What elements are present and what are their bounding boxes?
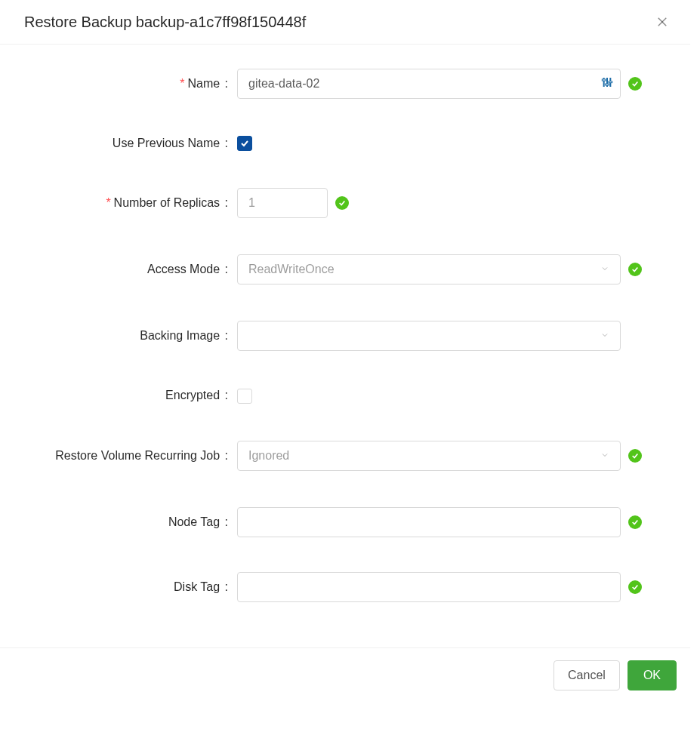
row-disk-tag: Disk Tag : — [24, 572, 660, 602]
row-encrypted: Encrypted : — [24, 387, 660, 404]
encrypted-checkbox[interactable] — [237, 389, 252, 404]
modal-title: Restore Backup backup-a1c7ff98f150448f — [24, 14, 306, 31]
sliders-icon[interactable] — [601, 76, 613, 91]
chevron-down-icon — [600, 263, 609, 276]
label-encrypted: Encrypted : — [24, 387, 237, 404]
recurring-job-select[interactable]: Ignored — [237, 441, 621, 471]
check-icon — [628, 515, 642, 529]
node-tag-select[interactable] — [237, 507, 621, 537]
label-node-tag: Node Tag : — [24, 514, 237, 531]
close-button[interactable] — [652, 12, 672, 32]
row-recurring-job: Restore Volume Recurring Job : Ignored — [24, 441, 660, 471]
check-icon — [628, 263, 642, 276]
label-disk-tag: Disk Tag : — [24, 579, 237, 595]
ok-button[interactable]: OK — [628, 660, 677, 690]
disk-tag-select[interactable] — [237, 572, 621, 602]
label-backing-image: Backing Image : — [24, 328, 237, 344]
check-icon — [335, 196, 349, 210]
row-use-previous-name: Use Previous Name : — [24, 135, 660, 152]
label-access-mode: Access Mode : — [24, 261, 237, 278]
label-replicas: *Number of Replicas : — [24, 195, 237, 211]
check-icon — [628, 77, 642, 91]
modal-footer: Cancel OK — [0, 647, 690, 703]
name-input[interactable] — [237, 69, 621, 99]
row-replicas: *Number of Replicas : — [24, 188, 660, 218]
check-icon — [628, 580, 642, 594]
svg-rect-7 — [609, 82, 612, 83]
modal-body: *Name : Use Previous Name : — [0, 45, 690, 647]
modal-header: Restore Backup backup-a1c7ff98f150448f — [0, 0, 690, 45]
svg-rect-6 — [606, 84, 609, 85]
replicas-input[interactable] — [237, 188, 328, 218]
cancel-button[interactable]: Cancel — [554, 660, 620, 690]
close-icon — [655, 15, 669, 29]
label-recurring-job: Restore Volume Recurring Job : — [24, 448, 237, 464]
access-mode-select[interactable]: ReadWriteOnce — [237, 254, 621, 284]
use-previous-name-checkbox[interactable] — [237, 136, 252, 151]
label-name: *Name : — [24, 75, 237, 92]
row-access-mode: Access Mode : ReadWriteOnce — [24, 254, 660, 284]
check-icon — [628, 449, 642, 463]
restore-backup-modal: Restore Backup backup-a1c7ff98f150448f *… — [0, 0, 690, 703]
chevron-down-icon — [600, 329, 609, 343]
backing-image-select[interactable] — [237, 321, 621, 351]
label-use-previous-name: Use Previous Name : — [24, 135, 237, 152]
row-node-tag: Node Tag : — [24, 507, 660, 537]
chevron-down-icon — [600, 449, 609, 463]
row-name: *Name : — [24, 69, 660, 99]
row-backing-image: Backing Image : — [24, 321, 660, 351]
svg-rect-5 — [602, 79, 606, 81]
